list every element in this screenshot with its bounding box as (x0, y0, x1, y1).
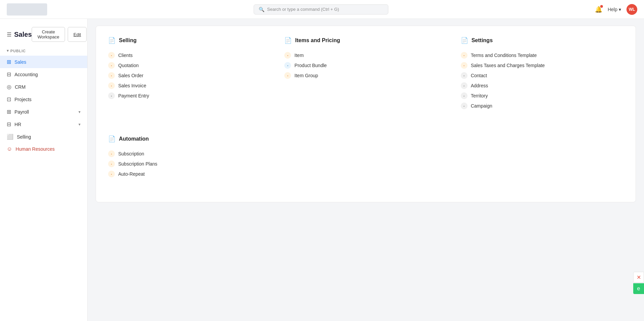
item-label: Auto-Repeat (118, 171, 145, 177)
items-pricing-title-text: Items and Pricing (295, 37, 340, 43)
settings-section-icon: 📄 (461, 37, 468, 44)
sidebar-item-label: HR (14, 122, 75, 127)
selling-section-title: 📄 Selling (108, 37, 271, 44)
sidebar-item-label: Sales (14, 59, 80, 65)
sidebar-item-sales[interactable]: ⊞ Sales (0, 56, 87, 68)
automation-title-text: Automation (119, 136, 149, 142)
sidebar-item-projects[interactable]: ⊡ Projects (0, 93, 87, 106)
item-dot: • (108, 62, 115, 69)
item-dot: • (108, 160, 115, 167)
settings-title-text: Settings (472, 37, 493, 43)
edit-button[interactable]: Edit (68, 27, 87, 42)
items-pricing-section: 📄 Items and Pricing • Item • Product Bun… (284, 37, 447, 111)
items-pricing-section-icon: 📄 (284, 37, 292, 44)
list-item[interactable]: • Clients (108, 50, 271, 60)
item-label: Terms and Conditions Template (471, 53, 537, 58)
page-layout: ☰ Sales Create Workspace Edit ▾ PUBLIC ⊞… (0, 19, 644, 321)
search-placeholder: Search or type a command (Ctrl + G) (267, 7, 339, 12)
automation-section-title: 📄 Automation (108, 135, 623, 143)
item-label: Quotation (118, 63, 139, 68)
sidebar-item-label: Payroll (14, 109, 75, 115)
sidebar-item-crm[interactable]: ◎ CRM (0, 81, 87, 93)
automation-section: 📄 Automation • Subscription • Subscripti… (108, 135, 623, 179)
selling-section: 📄 Selling • Clients • Quotation (108, 37, 271, 111)
item-dot: • (461, 82, 468, 89)
list-item[interactable]: • Terms and Conditions Template (461, 50, 623, 60)
sidebar-item-hr[interactable]: ⊟ HR ▾ (0, 118, 87, 130)
crm-icon: ◎ (7, 84, 11, 90)
list-item[interactable]: • Product Bundle (284, 60, 447, 70)
notification-badge (600, 5, 603, 8)
sections-grid: 📄 Selling • Clients • Quotation (108, 37, 623, 123)
sidebar-item-human-resources[interactable]: ☺ Human Resources (0, 143, 87, 155)
content-card: 📄 Selling • Clients • Quotation (96, 26, 636, 202)
item-dot: • (108, 92, 115, 99)
hamburger-icon[interactable]: ☰ (7, 31, 11, 38)
item-label: Territory (471, 93, 488, 98)
list-item[interactable]: • Address (461, 81, 623, 91)
item-dot: • (461, 72, 468, 79)
help-button[interactable]: Help ▾ (608, 7, 621, 12)
create-workspace-button[interactable]: Create Workspace (32, 27, 65, 42)
settings-section: 📄 Settings • Terms and Conditions Templa… (461, 37, 623, 111)
sidebar-item-label: Human Resources (15, 146, 80, 152)
search-area[interactable]: 🔍 Search or type a command (Ctrl + G) (254, 4, 388, 14)
item-label: Payment Entry (118, 93, 149, 98)
navbar-right: 🔔 Help ▾ WL (595, 4, 637, 15)
item-dot: • (108, 82, 115, 89)
selling-icon: ⬜ (7, 134, 13, 140)
list-item[interactable]: • Subscription Plans (108, 159, 623, 169)
hr-icon: ⊟ (7, 121, 11, 127)
item-dot: • (284, 72, 291, 79)
logo-area (7, 3, 47, 16)
automation-items-list: • Subscription • Subscription Plans • Au… (108, 149, 623, 179)
list-item[interactable]: • Payment Entry (108, 91, 271, 101)
settings-items-list: • Terms and Conditions Template • Sales … (461, 50, 623, 111)
sidebar-item-label: Projects (14, 97, 80, 102)
list-item[interactable]: • Sales Taxes and Charges Template (461, 60, 623, 70)
automation-section-icon: 📄 (108, 135, 116, 143)
sidebar-section-public[interactable]: ▾ PUBLIC (0, 47, 87, 56)
list-item[interactable]: • Item (284, 50, 447, 60)
navbar: 🔍 Search or type a command (Ctrl + G) 🔔 … (0, 0, 644, 19)
floating-close-button[interactable]: ✕ (633, 272, 644, 283)
sidebar-item-selling[interactable]: ⬜ Selling (0, 130, 87, 143)
automation-row: 📄 Automation • Subscription • Subscripti… (108, 135, 623, 179)
items-pricing-section-title: 📄 Items and Pricing (284, 37, 447, 44)
selling-title-text: Selling (119, 37, 136, 43)
item-label: Campaign (471, 103, 492, 109)
list-item[interactable]: • Territory (461, 91, 623, 101)
search-bar[interactable]: 🔍 Search or type a command (Ctrl + G) (254, 4, 388, 14)
item-label: Sales Order (118, 73, 143, 78)
list-item[interactable]: • Subscription (108, 149, 623, 159)
header-buttons: Create Workspace Edit (32, 27, 87, 42)
list-item[interactable]: • Sales Invoice (108, 81, 271, 91)
selling-items-list: • Clients • Quotation • Sales Order • (108, 50, 271, 101)
sidebar-item-label: CRM (15, 84, 80, 90)
bell-container[interactable]: 🔔 (595, 6, 602, 13)
item-dot: • (461, 62, 468, 69)
list-item[interactable]: • Sales Order (108, 70, 271, 81)
help-chevron-icon: ▾ (619, 7, 621, 12)
sidebar-item-accounting[interactable]: ⊟ Accounting (0, 68, 87, 81)
list-item[interactable]: • Auto-Repeat (108, 169, 623, 179)
item-dot: • (108, 171, 115, 177)
item-label: Item Group (294, 73, 318, 78)
floating-chat-button[interactable]: e (633, 283, 644, 294)
search-icon: 🔍 (259, 7, 264, 12)
accounting-icon: ⊟ (7, 71, 11, 78)
item-label: Subscription (118, 151, 144, 156)
item-dot: • (461, 103, 468, 109)
sidebar-item-payroll[interactable]: ⊞ Payroll ▾ (0, 106, 87, 118)
list-item[interactable]: • Item Group (284, 70, 447, 81)
main-content: 📄 Selling • Clients • Quotation (88, 19, 644, 321)
item-label: Sales Invoice (118, 83, 146, 88)
hr-arrow-icon: ▾ (78, 122, 80, 127)
avatar[interactable]: WL (626, 4, 637, 15)
list-item[interactable]: • Quotation (108, 60, 271, 70)
item-label: Contact (471, 73, 487, 78)
sales-icon: ⊞ (7, 59, 11, 65)
item-dot: • (461, 52, 468, 59)
list-item[interactable]: • Contact (461, 70, 623, 81)
list-item[interactable]: • Campaign (461, 101, 623, 111)
